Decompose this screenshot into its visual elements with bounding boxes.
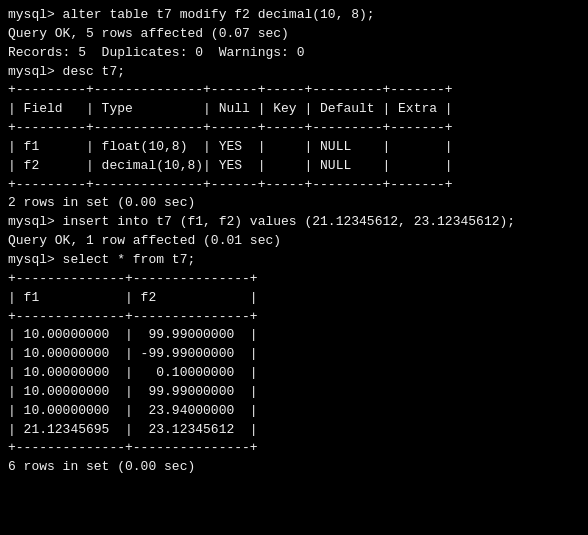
terminal-line: Query OK, 5 rows affected (0.07 sec)	[8, 25, 580, 44]
terminal-line: +--------------+---------------+	[8, 439, 580, 458]
terminal-line: mysql> desc t7;	[8, 63, 580, 82]
terminal-output: mysql> alter table t7 modify f2 decimal(…	[8, 6, 580, 477]
terminal-line: | 10.00000000 | 23.94000000 |	[8, 402, 580, 421]
terminal-line: mysql> insert into t7 (f1, f2) values (2…	[8, 213, 580, 232]
terminal-line: | f1 | float(10,8) | YES | | NULL | |	[8, 138, 580, 157]
terminal-line: | 10.00000000 | 0.10000000 |	[8, 364, 580, 383]
terminal-line: +---------+--------------+------+-----+-…	[8, 176, 580, 195]
terminal-line: | 10.00000000 | -99.99000000 |	[8, 345, 580, 364]
terminal-line: | 10.00000000 | 99.99000000 |	[8, 326, 580, 345]
terminal-line: +---------+--------------+------+-----+-…	[8, 119, 580, 138]
terminal-line: | 10.00000000 | 99.99000000 |	[8, 383, 580, 402]
terminal-line: 6 rows in set (0.00 sec)	[8, 458, 580, 477]
terminal-line: | Field | Type | Null | Key | Default | …	[8, 100, 580, 119]
terminal-line: +---------+--------------+------+-----+-…	[8, 81, 580, 100]
terminal-line: | f1 | f2 |	[8, 289, 580, 308]
terminal-line: mysql> select * from t7;	[8, 251, 580, 270]
terminal-line: mysql> alter table t7 modify f2 decimal(…	[8, 6, 580, 25]
terminal-line: +--------------+---------------+	[8, 308, 580, 327]
terminal-line: 2 rows in set (0.00 sec)	[8, 194, 580, 213]
terminal-line: +--------------+---------------+	[8, 270, 580, 289]
terminal-line: Records: 5 Duplicates: 0 Warnings: 0	[8, 44, 580, 63]
terminal-line: | 21.12345695 | 23.12345612 |	[8, 421, 580, 440]
terminal-line: Query OK, 1 row affected (0.01 sec)	[8, 232, 580, 251]
terminal-line: | f2 | decimal(10,8)| YES | | NULL | |	[8, 157, 580, 176]
